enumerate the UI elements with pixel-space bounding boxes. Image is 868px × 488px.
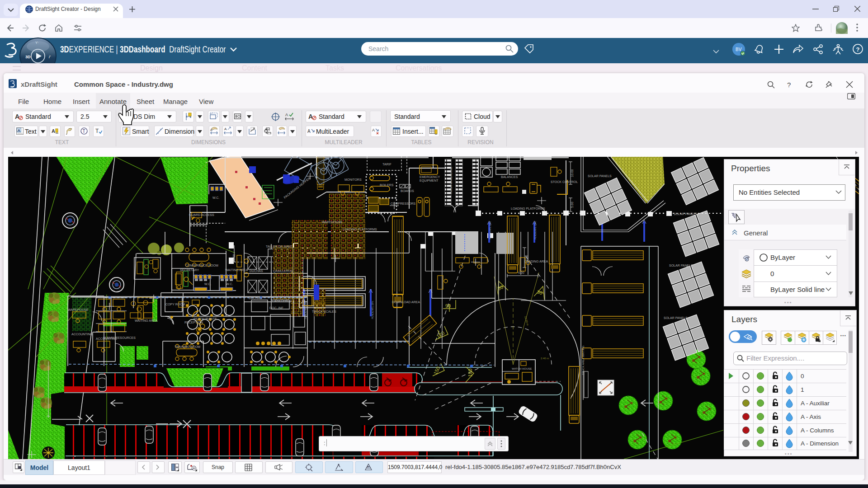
svg-text:BOILERS: BOILERS: [380, 183, 394, 187]
svg-text:COMPRESSORS: COMPRESSORS: [391, 202, 416, 205]
svg-text:0: 0: [801, 373, 804, 380]
svg-text:CASILLEROS: CASILLEROS: [273, 269, 293, 272]
svg-text:i': i': [49, 55, 51, 59]
svg-text:TRUCK SCALES: TRUCK SCALES: [312, 310, 336, 313]
svg-text:PENDIENTE 15%: PENDIENTE 15%: [534, 221, 537, 239]
svg-text:A - Auxiliar: A - Auxiliar: [801, 400, 830, 407]
svg-text:90: 90: [445, 303, 451, 309]
svg-text:W.C.: W.C.: [212, 196, 219, 199]
svg-text:A - Columns: A - Columns: [801, 427, 834, 434]
svg-text:T: T: [95, 128, 99, 134]
svg-text:PENDIENTE 15%: PENDIENTE 15%: [489, 221, 491, 239]
svg-text:180: 180: [467, 369, 473, 377]
svg-text:Y·: Y·: [35, 41, 39, 45]
svg-text:SOLAR PANELS: SOLAR PANELS: [674, 212, 698, 216]
svg-text:DUCHAS: DUCHAS: [250, 269, 263, 272]
svg-text:A: A: [285, 113, 288, 117]
svg-text:BOARDS: BOARDS: [401, 189, 414, 192]
svg-text:CONFERENCE ROOM: CONFERENCE ROOM: [185, 264, 218, 267]
svg-text:5.00: 5.00: [571, 202, 574, 208]
svg-text:TRAINING ROOM: TRAINING ROOM: [175, 345, 200, 348]
svg-text:TALLER DE MANT.: TALLER DE MANT.: [266, 245, 293, 248]
svg-text:TRASH WAREHOUSE: TRASH WAREHOUSE: [450, 167, 453, 194]
svg-text:A: A: [307, 129, 311, 134]
svg-text:EMERGENCY: EMERGENCY: [420, 175, 440, 178]
svg-text:A: A: [224, 127, 227, 131]
svg-text:DOWNLOAD AREA: DOWNLOAD AREA: [392, 300, 420, 304]
svg-text:PENDIENTE 15%: PENDIENTE 15%: [371, 300, 374, 319]
svg-text:A: A: [210, 128, 212, 131]
svg-text:PENDIENTE 15%: PENDIENTE 15%: [304, 300, 307, 319]
svg-text:3D: 3D: [25, 55, 31, 59]
svg-text:COPY ROOM: COPY ROOM: [165, 303, 185, 306]
svg-text:ACCOUNTING: ACCOUNTING: [71, 333, 93, 336]
svg-text:DUCHAS: DUCHAS: [249, 296, 262, 300]
svg-text:2.40 m: 2.40 m: [541, 357, 549, 360]
svg-text:?: ?: [856, 46, 860, 53]
svg-text:RECEPTION: RECEPTION: [184, 321, 203, 324]
svg-text:DOC. INF: DOC. INF: [269, 306, 283, 310]
svg-text:TARIF: TARIF: [382, 163, 392, 166]
svg-text:GUARD ACCESS: GUARD ACCESS: [189, 213, 214, 216]
svg-text:10.00: 10.00: [232, 254, 236, 262]
svg-text:ACCOUNTING: ACCOUNTING: [96, 337, 117, 340]
svg-text:BALANCES: BALANCES: [501, 175, 518, 178]
svg-text:CASILLEROS: CASILLEROS: [272, 299, 292, 302]
svg-text:8.00: 8.00: [525, 255, 528, 261]
svg-text:A: A: [15, 113, 19, 120]
svg-text:1: 1: [801, 386, 804, 393]
svg-text:TRUCK AREA WAITING: TRUCK AREA WAITING: [582, 346, 585, 375]
svg-text:WAREHOUSE: WAREHOUSE: [322, 221, 343, 224]
svg-text:A: A: [308, 113, 313, 120]
svg-text:BV: BV: [736, 47, 742, 52]
svg-text:STOCK CONTROL: STOCK CONTROL: [551, 180, 578, 183]
svg-text:A: A: [367, 465, 369, 468]
svg-text:W.C.: W.C.: [226, 282, 233, 286]
svg-text:EQUIPMENT: EQUIPMENT: [420, 179, 439, 183]
svg-text:MONITORS: MONITORS: [344, 178, 362, 181]
svg-text:T: T: [83, 129, 85, 134]
svg-text:4.00: 4.00: [518, 271, 524, 274]
svg-text:A: A: [372, 128, 375, 132]
svg-text:SECRETARY: SECRETARY: [180, 268, 199, 272]
svg-text:A: A: [18, 128, 21, 133]
svg-text:SOLAR PANELS: SOLAR PANELS: [669, 264, 693, 267]
svg-text:WAREHOUSE: WAREHOUSE: [68, 308, 89, 311]
svg-text:A: A: [52, 128, 55, 134]
svg-text:SOLAR PANELS: SOLAR PANELS: [588, 174, 612, 178]
svg-text:WAITING AREA: WAITING AREA: [135, 319, 158, 322]
svg-text:A - Dimension: A - Dimension: [801, 440, 839, 447]
svg-text:WATCH HOUSE: WATCH HOUSE: [512, 367, 532, 370]
svg-text:10.00: 10.00: [571, 169, 574, 177]
svg-text:WAITING AREA: WAITING AREA: [225, 268, 248, 272]
svg-text:SOLAR PANELS: SOLAR PANELS: [664, 316, 688, 319]
svg-text:A - Axis: A - Axis: [801, 413, 821, 420]
svg-text:RESTAURANTE: RESTAURANTE: [193, 317, 217, 320]
svg-text:LOADING PLATFORMS: LOADING PLATFORMS: [511, 207, 545, 210]
svg-text:LOADING PLATFORMS: LOADING PLATFORMS: [343, 228, 377, 231]
svg-text:W.C.: W.C.: [204, 282, 211, 286]
